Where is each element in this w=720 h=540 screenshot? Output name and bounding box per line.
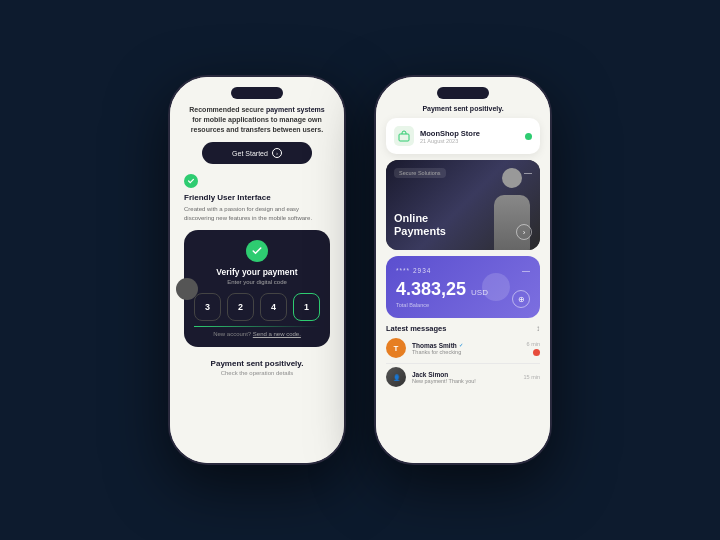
moonshop-status-dot: [525, 133, 532, 140]
top-text-recommended: Recommended secure: [189, 106, 264, 113]
moonshop-card-left: MoonShop Store 21 August 2023: [394, 126, 480, 146]
thomas-name: Thomas Smith ✓: [412, 342, 521, 349]
payment-sent-title: Payment sent positively.: [184, 359, 330, 368]
get-started-label: Get Started: [232, 150, 268, 157]
get-started-button[interactable]: Get Started ›: [202, 142, 312, 164]
thomas-verified-icon: ✓: [459, 342, 463, 348]
phones-container: Recommended secure payment systems for m…: [168, 75, 552, 465]
thomas-message-text: Thanks for checking: [412, 349, 521, 355]
verify-avatar: [176, 278, 198, 300]
pin-input-row[interactable]: 3 2 4 1: [194, 293, 320, 321]
jack-name: Jack Simon: [412, 371, 517, 378]
card-menu-icon[interactable]: —: [522, 266, 530, 275]
top-text-rest: for mobile applications to manage own re…: [191, 116, 323, 133]
verify-payment-title: Verify your payment: [194, 267, 320, 277]
banner-person-head: [502, 168, 522, 188]
message-item-jack[interactable]: 👤 Jack Simon New payment! Thank you! 15 …: [386, 367, 540, 387]
thomas-time-col: 6 min: [527, 341, 540, 356]
payment-sent-subtitle: Check the operation details: [184, 370, 330, 376]
send-new-code-link[interactable]: Send a new code.: [253, 331, 301, 337]
banner-options-icon[interactable]: —: [524, 168, 532, 177]
verify-checkmark-icon: [246, 240, 268, 262]
top-text-payment-systems: payment systems: [266, 106, 325, 113]
left-phone-content: Recommended secure payment systems for m…: [170, 77, 344, 463]
moonshop-store-name: MoonShop Store: [420, 129, 480, 138]
card-action-button[interactable]: ⊕: [512, 290, 530, 308]
check-icon: [184, 174, 198, 188]
thomas-message-body: Thomas Smith ✓ Thanks for checking: [412, 342, 521, 355]
balance-card-header: **** 2934 —: [396, 266, 530, 275]
thomas-avatar: T: [386, 338, 406, 358]
jack-message-body: Jack Simon New payment! Thank you!: [412, 371, 517, 384]
banner-secure-label: Secure Solutions: [394, 168, 446, 178]
verify-payment-subtitle: Enter your digital code: [194, 279, 320, 285]
friendly-title: Friendly User Interface: [184, 193, 330, 202]
banner-online-payments-title: Online Payments: [394, 212, 446, 238]
new-account-text: New account? Send a new code.: [194, 331, 320, 337]
messages-header: Latest messages ↕: [386, 324, 540, 333]
jack-time-col: 15 min: [523, 374, 540, 380]
message-item-thomas[interactable]: T Thomas Smith ✓ Thanks for checking 6 m…: [386, 338, 540, 358]
moonshop-card[interactable]: MoonShop Store 21 August 2023: [386, 118, 540, 154]
right-phone-content: Payment sent positively. MoonShop Store …: [376, 77, 550, 463]
svg-rect-0: [399, 134, 409, 141]
get-started-arrow-icon: ›: [272, 148, 282, 158]
messages-section: Latest messages ↕ T Thomas Smith ✓ Thank…: [376, 324, 550, 392]
moonshop-store-icon: [394, 126, 414, 146]
balance-card: **** 2934 — 4.383,25 USD Total Balance ⊕: [386, 256, 540, 318]
jack-time: 15 min: [523, 374, 540, 380]
pin-digit-1[interactable]: 3: [194, 293, 221, 321]
jack-avatar: 👤: [386, 367, 406, 387]
payment-sent-section: Payment sent positively. Check the opera…: [184, 359, 330, 376]
right-phone-notch: [437, 87, 489, 99]
banner-person-body: [494, 195, 530, 250]
pin-digit-3[interactable]: 4: [260, 293, 287, 321]
thomas-unread-badge: [533, 349, 540, 356]
messages-section-title: Latest messages: [386, 324, 446, 333]
pin-underline: [194, 326, 320, 327]
left-phone-notch: [231, 87, 283, 99]
top-description: Recommended secure payment systems for m…: [184, 105, 330, 134]
balance-amount: 4.383,25 USD: [396, 279, 530, 300]
messages-sort-icon[interactable]: ↕: [536, 324, 540, 333]
pin-digit-4[interactable]: 1: [293, 293, 320, 321]
card-circle-decoration: [482, 273, 510, 301]
card-number: **** 2934: [396, 267, 431, 274]
moonshop-date: 21 August 2023: [420, 138, 480, 144]
friendly-desc: Created with a passion for design and ea…: [184, 205, 330, 222]
pin-digit-2[interactable]: 2: [227, 293, 254, 321]
left-phone: Recommended secure payment systems for m…: [168, 75, 346, 465]
banner-nav-button[interactable]: ›: [516, 224, 532, 240]
thomas-time: 6 min: [527, 341, 540, 347]
online-payments-banner[interactable]: Secure Solutions — Online Payments ›: [386, 160, 540, 250]
right-phone: Payment sent positively. MoonShop Store …: [374, 75, 552, 465]
verify-payment-card: Verify your payment Enter your digital c…: [184, 230, 330, 347]
message-divider: [386, 363, 540, 364]
balance-label: Total Balance: [396, 302, 530, 308]
jack-message-text: New payment! Thank you!: [412, 378, 517, 384]
